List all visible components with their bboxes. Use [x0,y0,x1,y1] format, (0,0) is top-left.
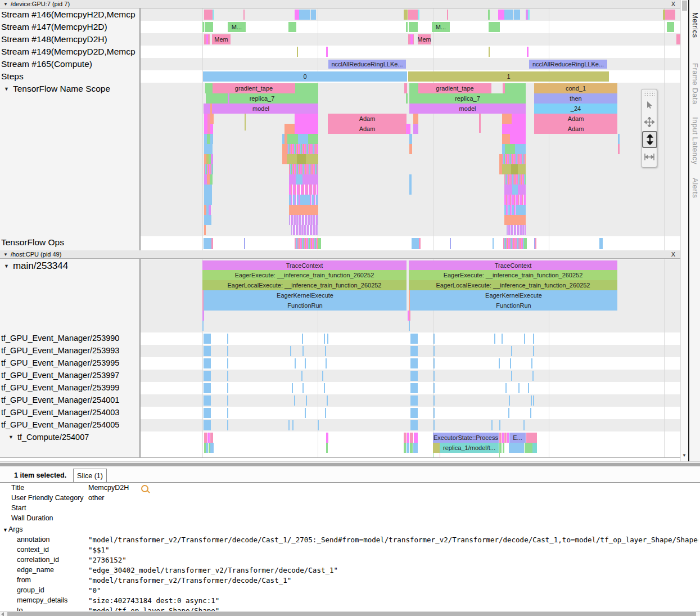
trace-event-segment[interactable] [294,395,295,406]
trace-event-segment[interactable] [414,433,418,443]
trace-event-segment[interactable] [211,238,213,249]
trace-event-segment[interactable] [327,395,328,406]
trace-event-bar[interactable]: Mem [212,34,231,44]
trace-event-segment[interactable] [228,93,229,104]
trace-event-segment[interactable] [210,114,214,124]
trace-event-segment[interactable] [202,311,204,321]
trace-event-bar[interactable]: FunctionRun [204,300,407,311]
tab-input-latency[interactable]: Input Latency [691,117,699,165]
trace-event-segment[interactable] [295,238,318,249]
trace-event-segment[interactable] [305,358,306,368]
trace-event-bar[interactable]: cond_1 [534,83,617,93]
tab-alerts[interactable]: Alerts [691,178,699,198]
trace-event-segment[interactable] [295,10,299,20]
trace-event-segment[interactable] [407,433,409,443]
trace-event-bar[interactable]: replica_7 [409,93,526,104]
trace-event-segment[interactable] [306,395,307,406]
trace-event-bar[interactable]: ncclAllReduceRingLLKe... [328,60,406,69]
trace-event-segment[interactable] [291,225,318,235]
trace-event-segment[interactable] [204,346,211,356]
palette-drag-handle[interactable] [643,91,655,96]
trace-event-segment[interactable] [502,433,504,443]
trace-event-segment[interactable] [512,185,518,195]
trace-event-segment[interactable] [531,358,532,368]
trace-event-segment[interactable] [508,408,509,418]
trace-event-segment[interactable] [433,395,435,406]
trace-event-segment[interactable] [407,443,409,453]
trace-event-segment[interactable] [410,433,413,443]
trace-event-segment[interactable] [667,22,674,32]
trace-event-bar[interactable]: ncclAllReduceRingLLKe... [529,60,607,69]
trace-event-segment[interactable] [327,334,328,344]
trace-event-segment[interactable] [502,154,526,164]
trace-event-segment[interactable] [282,154,287,164]
scroll-down-arrow-icon[interactable]: ▼ [682,453,687,458]
trace-event-segment[interactable] [499,420,500,430]
trace-event-segment[interactable] [292,420,293,430]
collapse-arrow-icon[interactable]: ▼ [3,252,8,257]
trace-event-segment[interactable] [202,321,204,331]
trace-event-segment[interactable] [324,334,325,344]
trace-event-bar[interactable]: TraceContext [202,260,407,270]
scroll-left-arrow-icon[interactable] [1,612,4,616]
trace-event-bar[interactable]: Mem [418,34,431,44]
trace-event-segment[interactable] [204,334,211,344]
pan-tool-button[interactable] [642,114,656,130]
trace-event-segment[interactable] [210,104,212,114]
label-timeline-divider[interactable] [139,0,141,457]
trace-event-segment[interactable] [306,154,318,164]
timeline-horizontal-scrollbar-thumb[interactable] [0,463,700,466]
trace-event-segment[interactable] [503,443,504,453]
trace-event-segment[interactable] [206,443,208,453]
trace-event-segment[interactable] [289,215,318,225]
trace-event-segment[interactable] [413,124,418,134]
trace-event-segment[interactable] [326,433,328,443]
trace-event-segment[interactable] [408,10,418,20]
trace-event-bar[interactable]: Adam [534,114,617,124]
vertical-scrollbar[interactable]: ▼ [680,0,688,461]
trace-event-segment[interactable] [533,395,534,406]
trace-event-segment[interactable] [489,22,500,32]
trace-event-segment[interactable] [302,334,303,344]
trace-event-segment[interactable] [406,93,408,104]
trace-event-segment[interactable] [504,174,526,185]
trace-event-segment[interactable] [618,144,620,154]
trace-event-bar[interactable]: model [409,104,526,114]
trace-event-segment[interactable] [515,144,526,154]
trace-event-segment[interactable] [301,371,302,381]
trace-event-segment[interactable] [227,408,228,418]
trace-event-segment[interactable] [409,144,412,154]
trace-event-segment[interactable] [507,433,509,443]
trace-event-segment[interactable] [504,10,513,20]
trace-event-segment[interactable] [502,114,512,124]
trace-event-bar[interactable]: Adam [328,114,407,124]
trace-event-segment[interactable] [290,346,291,356]
trace-event-segment[interactable] [204,144,213,154]
trace-event-segment[interactable] [298,134,308,144]
trace-event-segment[interactable] [412,238,419,249]
trace-event-bar[interactable]: gradient_tape [213,83,295,93]
trace-event-segment[interactable] [505,83,526,93]
timing-tool-button[interactable] [642,149,656,165]
trace-event-segment[interactable] [410,408,418,418]
trace-event-segment[interactable] [404,10,408,20]
trace-event-segment[interactable] [409,321,410,331]
trace-event-segment[interactable] [433,358,435,368]
vertical-zoom-tool-button[interactable] [642,131,657,148]
trace-event-segment[interactable] [227,346,228,356]
trace-event-segment[interactable] [318,420,319,430]
trace-event-segment[interactable] [518,383,520,393]
trace-event-segment[interactable] [504,185,512,195]
trace-event-segment[interactable] [504,433,507,443]
trace-event-bar[interactable]: replica_1/model/t... [440,443,499,453]
tab-frame-data[interactable]: Frame Data [691,63,699,105]
trace-event-segment[interactable] [433,346,435,356]
trace-event-segment[interactable] [518,185,526,195]
trace-event-bar[interactable]: M... [432,22,450,32]
trace-event-bar[interactable]: E... [509,433,526,443]
trace-event-segment[interactable] [410,358,418,368]
trace-event-segment[interactable] [499,358,500,368]
trace-event-segment[interactable] [204,164,213,174]
trace-event-segment[interactable] [308,195,318,205]
trace-event-segment[interactable] [504,195,526,205]
